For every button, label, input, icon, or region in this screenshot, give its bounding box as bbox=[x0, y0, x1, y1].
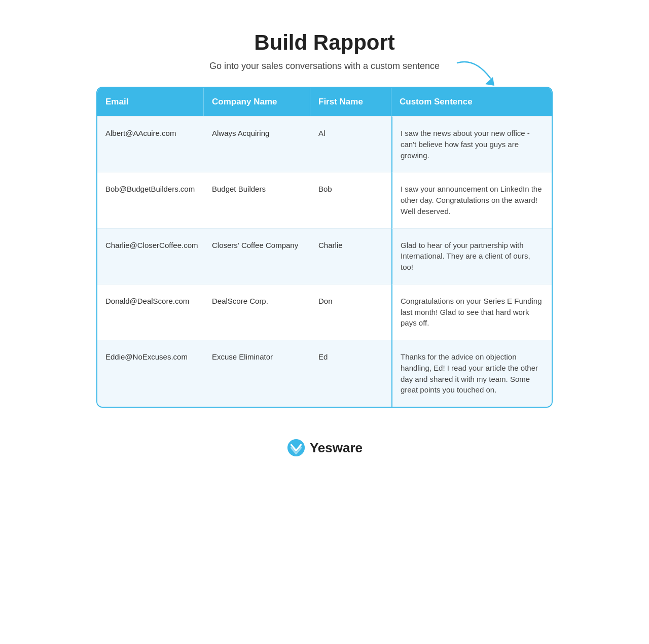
col-header-firstname: First Name bbox=[310, 88, 391, 116]
subtitle-text: Go into your sales conversations with a … bbox=[209, 61, 440, 71]
footer: Yesware bbox=[286, 438, 363, 457]
cell-first_name: Ed bbox=[310, 340, 391, 407]
cell-first_name: Don bbox=[310, 284, 391, 340]
yesware-icon bbox=[286, 438, 306, 457]
cell-first_name: Charlie bbox=[310, 228, 391, 284]
decorative-arrow-icon bbox=[455, 58, 500, 93]
table-row: Albert@AAcuire.comAlways AcquiringAlI sa… bbox=[97, 116, 552, 172]
cell-company: Always Acquiring bbox=[204, 116, 310, 172]
subtitle-row: Go into your sales conversations with a … bbox=[209, 61, 440, 71]
table-row: Eddie@NoExcuses.comExcuse EliminatorEdTh… bbox=[97, 340, 552, 407]
cell-email: Albert@AAcuire.com bbox=[97, 116, 204, 172]
col-header-email: Email bbox=[97, 88, 204, 116]
cell-custom_sentence: Thanks for the advice on objection handl… bbox=[391, 340, 552, 407]
cell-email: Donald@DealScore.com bbox=[97, 284, 204, 340]
cell-company: Excuse Eliminator bbox=[204, 340, 310, 407]
table-row: Donald@DealScore.comDealScore Corp.DonCo… bbox=[97, 284, 552, 340]
page-title: Build Rapport bbox=[254, 30, 395, 55]
cell-company: Budget Builders bbox=[204, 172, 310, 228]
cell-first_name: Bob bbox=[310, 172, 391, 228]
table-row: Bob@BudgetBuilders.comBudget BuildersBob… bbox=[97, 172, 552, 228]
cell-custom_sentence: Glad to hear of your partnership with In… bbox=[391, 228, 552, 284]
table-row: Charlie@CloserCoffee.comClosers' Coffee … bbox=[97, 228, 552, 284]
cell-custom_sentence: I saw your announcement on LinkedIn the … bbox=[391, 172, 552, 228]
cell-first_name: Al bbox=[310, 116, 391, 172]
cell-company: Closers' Coffee Company bbox=[204, 228, 310, 284]
cell-email: Charlie@CloserCoffee.com bbox=[97, 228, 204, 284]
cell-custom_sentence: I saw the news about your new office - c… bbox=[391, 116, 552, 172]
table-body: Albert@AAcuire.comAlways AcquiringAlI sa… bbox=[97, 116, 552, 407]
cell-custom_sentence: Congratulations on your Series E Funding… bbox=[391, 284, 552, 340]
rapport-table: Email Company Name First Name Custom Sen… bbox=[96, 87, 553, 408]
cell-email: Bob@BudgetBuilders.com bbox=[97, 172, 204, 228]
brand-name: Yesware bbox=[310, 440, 363, 456]
cell-company: DealScore Corp. bbox=[204, 284, 310, 340]
yesware-logo: Yesware bbox=[286, 438, 363, 457]
col-header-company: Company Name bbox=[204, 88, 310, 116]
cell-email: Eddie@NoExcuses.com bbox=[97, 340, 204, 407]
